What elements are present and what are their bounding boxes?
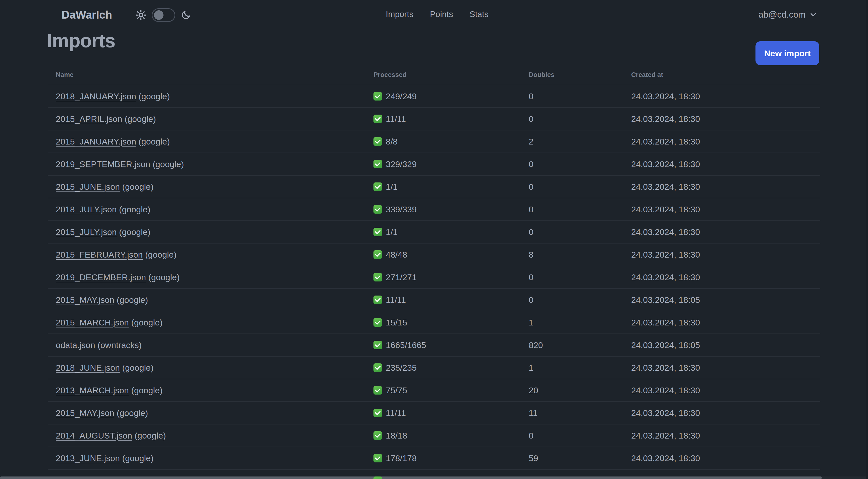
processed-cell: 1665/1665 — [366, 340, 521, 350]
column-header-processed: Processed — [366, 71, 521, 79]
processed-count: 11/11 — [386, 295, 406, 305]
sun-icon — [135, 10, 146, 20]
processed-cell: 11/11 — [366, 295, 521, 305]
check-success-icon — [373, 477, 382, 479]
doubles-count: 820 — [521, 340, 623, 350]
import-name-cell: 2018_JANUARY.json (google) — [48, 91, 366, 101]
processed-count: 48/48 — [386, 250, 407, 260]
check-success-icon — [373, 160, 382, 169]
check-success-icon — [373, 137, 382, 146]
chevron-down-icon — [809, 11, 817, 18]
processed-count: 249/249 — [386, 91, 417, 101]
table-row: 2019_DECEMBER.json (google) 271/271 0 24… — [48, 266, 820, 289]
theme-switch[interactable] — [152, 8, 175, 22]
check-success-icon — [373, 341, 382, 349]
check-success-icon — [373, 250, 382, 259]
check-success-icon — [373, 92, 382, 100]
import-source: (google) — [129, 318, 162, 327]
doubles-count: 0 — [521, 272, 623, 282]
import-file-link[interactable]: odata.json — [56, 340, 95, 350]
table-body: 2018_JANUARY.json (google) 249/249 0 24.… — [48, 85, 820, 479]
doubles-count: 11 — [521, 408, 623, 418]
import-file-link[interactable]: 2015_JUNE.json — [56, 182, 120, 191]
vertical-scrollbar[interactable] — [866, 0, 868, 479]
import-name-cell: 2015_MARCH.json (google) — [48, 318, 366, 327]
table-row: 2015_MARCH.json (google) 15/15 1 24.03.2… — [48, 311, 820, 334]
import-file-link[interactable]: 2013_JUNE.json — [56, 453, 120, 463]
processed-count: 15/15 — [386, 318, 407, 327]
moon-icon — [181, 10, 191, 20]
created-at: 24.03.2024, 18:30 — [623, 205, 820, 214]
check-success-icon — [373, 273, 382, 281]
check-success-icon — [373, 386, 382, 394]
import-file-link[interactable]: 2015_APRIL.json — [56, 114, 122, 124]
import-name-cell: 2019_DECEMBER.json (google) — [48, 272, 366, 282]
table-row: 2014_AUGUST.json (google) 18/18 0 24.03.… — [48, 424, 820, 447]
app-logo[interactable]: DaWarIch — [62, 8, 112, 21]
doubles-count: 0 — [521, 159, 623, 169]
check-success-icon — [373, 115, 382, 123]
table-row: 2013_JUNE.json (google) 178/178 59 24.03… — [48, 447, 820, 470]
import-source: (google) — [143, 250, 177, 259]
created-at: 24.03.2024, 18:30 — [623, 408, 820, 418]
import-file-link[interactable]: 2015_MARCH.json — [56, 318, 129, 327]
created-at: 24.03.2024, 18:30 — [623, 272, 820, 282]
app-root: DaWarIch Imports Points Stats ab@cd.com — [0, 0, 868, 479]
table-header: Name Processed Doubles Created at — [48, 71, 820, 85]
user-menu[interactable]: ab@cd.com — [758, 9, 817, 20]
import-name-cell: 2013_JUNE.json (google) — [48, 453, 366, 463]
created-at: 24.03.2024, 18:30 — [623, 91, 820, 101]
import-name-cell: 2015_MAY.json (google) — [48, 295, 366, 305]
nav-item-points[interactable]: Points — [430, 9, 453, 19]
import-source: (google) — [117, 227, 150, 237]
processed-count: 11/11 — [386, 114, 406, 124]
import-file-link[interactable]: 2018_JUNE.json — [56, 363, 120, 372]
import-source: (google) — [146, 272, 180, 282]
imports-table: Name Processed Doubles Created at 2018_J… — [48, 71, 820, 479]
import-name-cell: 2015_MAY.json (google) — [48, 408, 366, 418]
user-email: ab@cd.com — [758, 9, 805, 20]
horizontal-scrollbar[interactable] — [0, 477, 868, 479]
import-name-cell: 2014_AUGUST.json (google) — [48, 431, 366, 441]
check-success-icon — [373, 318, 382, 327]
import-file-link[interactable]: 2019_DECEMBER.json — [56, 272, 146, 282]
processed-count: 8/8 — [386, 137, 398, 147]
processed-cell: 11/11 — [366, 408, 521, 418]
doubles-count: 20 — [521, 386, 623, 395]
import-file-link[interactable]: 2014_AUGUST.json — [56, 431, 132, 440]
column-header-doubles: Doubles — [521, 71, 623, 79]
table-row: 2015_FEBRUARY.json (google) 48/48 8 24.0… — [48, 243, 820, 266]
import-file-link[interactable]: 2019_SEPTEMBER.json — [56, 159, 150, 169]
horizontal-scrollbar-thumb[interactable] — [0, 477, 822, 479]
import-file-link[interactable]: 2018_JANUARY.json — [56, 91, 136, 101]
doubles-count: 59 — [521, 453, 623, 463]
created-at: 24.03.2024, 18:30 — [623, 363, 820, 373]
processed-cell: 235/235 — [366, 363, 521, 373]
import-file-link[interactable]: 2015_MAY.json — [56, 408, 114, 418]
processed-cell: 8/8 — [366, 137, 521, 147]
doubles-count: 1 — [521, 318, 623, 327]
nav-item-imports[interactable]: Imports — [386, 9, 413, 19]
doubles-count: 0 — [521, 431, 623, 441]
new-import-button[interactable]: New import — [755, 41, 819, 65]
import-file-link[interactable]: 2015_JANUARY.json — [56, 137, 136, 146]
doubles-count: 0 — [521, 227, 623, 237]
nav-item-stats[interactable]: Stats — [470, 9, 489, 19]
import-file-link[interactable]: 2018_JULY.json — [56, 205, 117, 214]
processed-count: 1/1 — [386, 182, 398, 192]
check-success-icon — [373, 363, 382, 372]
import-file-link[interactable]: 2015_FEBRUARY.json — [56, 250, 143, 259]
doubles-count: 0 — [521, 114, 623, 124]
import-file-link[interactable]: 2015_JULY.json — [56, 227, 117, 237]
main-nav: Imports Points Stats — [386, 9, 489, 19]
created-at: 24.03.2024, 18:30 — [623, 137, 820, 147]
import-name-cell: 2013_MARCH.json (google) — [48, 386, 366, 395]
processed-cell: 1/1 — [366, 182, 521, 192]
import-source: (google) — [122, 114, 156, 124]
doubles-count: 8 — [521, 250, 623, 260]
import-name-cell: 2015_JUNE.json (google) — [48, 182, 366, 192]
import-file-link[interactable]: 2015_MAY.json — [56, 295, 114, 305]
import-file-link[interactable]: 2013_MARCH.json — [56, 386, 129, 395]
processed-cell: 11/11 — [366, 114, 521, 124]
doubles-count: 0 — [521, 91, 623, 101]
